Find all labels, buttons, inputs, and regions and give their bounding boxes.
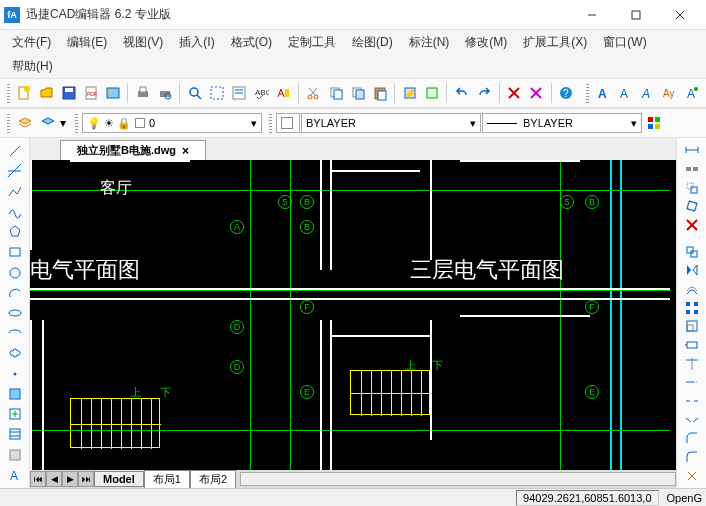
break-button[interactable] [681,393,703,410]
pdf-button[interactable]: PDF [80,82,101,104]
text-a4-button[interactable]: A [681,82,702,104]
grip-icon[interactable] [7,113,10,133]
menu-dim[interactable]: 标注(N) [403,32,456,53]
color-combo[interactable] [276,113,300,133]
stretch-button[interactable] [681,337,703,354]
edit-button[interactable] [399,82,420,104]
text-a2-button[interactable]: A [615,82,636,104]
chamfer-button[interactable] [681,430,703,447]
arrow-down-icon[interactable]: ▾ [60,116,68,130]
grip-icon[interactable] [75,113,78,133]
line-button[interactable] [4,142,26,160]
move-button[interactable] [681,179,703,196]
polyline-button[interactable] [4,182,26,200]
fillet-button[interactable] [681,449,703,466]
match-button[interactable] [273,82,294,104]
new-button[interactable] [14,82,35,104]
text-button[interactable]: A [4,466,26,484]
menu-custom[interactable]: 定制工具 [282,32,342,53]
ellipse-arc-button[interactable] [4,324,26,342]
menu-ext[interactable]: 扩展工具(X) [517,32,593,53]
print-preview-button[interactable] [154,82,175,104]
region-button[interactable] [4,446,26,464]
distance-button[interactable] [681,142,703,159]
explode-button[interactable] [681,467,703,484]
image-button[interactable] [102,82,123,104]
join-button[interactable] [681,411,703,428]
color-picker-button[interactable] [643,112,665,134]
ellipse-button[interactable] [4,304,26,322]
copy-modify-button[interactable] [681,243,703,260]
rectangle-button[interactable] [4,243,26,261]
xline-button[interactable] [4,162,26,180]
spline-button[interactable] [4,203,26,221]
menu-insert[interactable]: 插入(I) [173,32,220,53]
offset-button[interactable] [681,281,703,298]
sheet-last-button[interactable]: ⏭ [78,471,94,487]
menu-edit[interactable]: 编辑(E) [61,32,113,53]
text-a3-button[interactable]: A [637,82,658,104]
delete-button[interactable] [503,82,524,104]
layer-states-button[interactable] [37,112,59,134]
copy-button[interactable] [325,82,346,104]
menu-draw[interactable]: 绘图(D) [346,32,399,53]
copy-base-button[interactable] [347,82,368,104]
paste-button[interactable] [369,82,390,104]
trim-button[interactable] [681,355,703,372]
save-button[interactable] [58,82,79,104]
erase-button[interactable] [681,217,703,234]
menu-file[interactable]: 文件(F) [6,32,57,53]
sheet-first-button[interactable]: ⏮ [30,471,46,487]
tab-close-button[interactable]: × [182,144,189,158]
document-tab[interactable]: 独立别墅B电施.dwg × [60,140,206,160]
text-style-button[interactable]: Ay [659,82,680,104]
help-button[interactable]: ? [556,82,577,104]
sheet-tab-layout2[interactable]: 布局2 [190,470,236,489]
grip-icon[interactable] [269,113,272,133]
open-button[interactable] [36,82,57,104]
grip-icon[interactable] [7,83,10,103]
revcloud-button[interactable] [4,344,26,362]
find-button[interactable] [184,82,205,104]
layer-manager-button[interactable] [14,112,36,134]
menu-window[interactable]: 窗口(W) [597,32,652,53]
sheet-tab-layout1[interactable]: 布局1 [144,470,190,489]
rotate-button[interactable] [681,198,703,215]
text-a1-button[interactable]: A [593,82,614,104]
spell-button[interactable]: ABC [251,82,272,104]
sheet-tab-model[interactable]: Model [94,471,144,487]
linetype-combo[interactable]: BYLAYER ▾ [301,113,481,133]
redo-button[interactable] [473,82,494,104]
close-button[interactable] [658,0,702,30]
scale-button[interactable] [681,318,703,335]
grip-icon[interactable] [586,83,589,103]
edit2-button[interactable] [421,82,442,104]
menu-modify[interactable]: 修改(M) [459,32,513,53]
arc-button[interactable] [4,284,26,302]
array-button[interactable] [681,299,703,316]
lineweight-combo[interactable]: BYLAYER ▾ [482,113,642,133]
cut-button[interactable] [303,82,324,104]
hscrollbar[interactable] [240,472,676,486]
block-button[interactable] [4,385,26,403]
insert-button[interactable] [4,405,26,423]
purge-button[interactable] [526,82,547,104]
print-button[interactable] [132,82,153,104]
select-all-button[interactable] [207,82,228,104]
mirror-button[interactable] [681,262,703,279]
sheet-prev-button[interactable]: ◀ [46,471,62,487]
sheet-next-button[interactable]: ▶ [62,471,78,487]
undo-button[interactable] [451,82,472,104]
properties-button[interactable] [229,82,250,104]
menu-format[interactable]: 格式(O) [225,32,278,53]
hatch-button[interactable] [4,425,26,443]
layer-combo[interactable]: 💡 ☀ 🔒 0 ▾ [82,113,262,133]
menu-view[interactable]: 视图(V) [117,32,169,53]
minimize-button[interactable] [570,0,614,30]
point-button[interactable] [4,365,26,383]
polygon-button[interactable] [4,223,26,241]
maximize-button[interactable] [614,0,658,30]
extend-button[interactable] [681,374,703,391]
drawing-canvas[interactable]: A 5 B B 5 B D F F D E E 客厅 电气平面图 三层电气平面图… [30,160,676,470]
menu-help[interactable]: 帮助(H) [6,56,59,77]
